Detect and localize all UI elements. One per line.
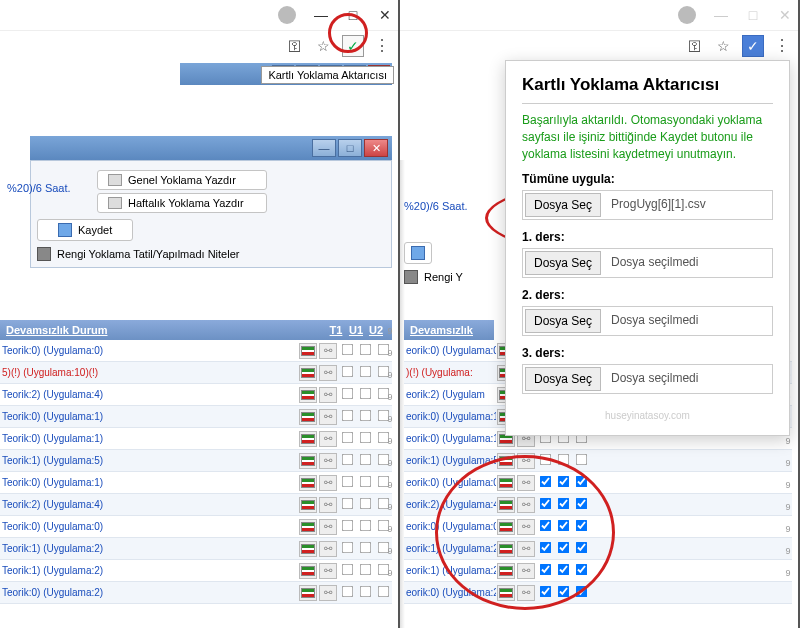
link-icon[interactable]: ⚯ (319, 387, 337, 403)
checkbox-u1[interactable] (356, 431, 374, 446)
flag-icon[interactable] (299, 585, 317, 601)
checkbox-u1[interactable] (356, 585, 374, 600)
checkbox-u1[interactable] (554, 497, 572, 512)
checkbox-u2[interactable] (374, 585, 392, 600)
link-icon[interactable]: ⚯ (319, 431, 337, 447)
checkbox-t1[interactable] (338, 563, 356, 578)
print-haftalik-button[interactable]: Haftalık Yoklama Yazdır (97, 193, 267, 213)
flag-icon[interactable] (299, 519, 317, 535)
checkbox-u1[interactable] (356, 563, 374, 578)
checkbox-t1[interactable] (338, 541, 356, 556)
flag-icon[interactable] (299, 541, 317, 557)
checkbox-u2[interactable] (572, 497, 590, 512)
link-icon[interactable]: ⚯ (319, 519, 337, 535)
checkbox-u1[interactable] (356, 541, 374, 556)
print-genel-button[interactable]: Genel Yoklama Yazdır (97, 170, 267, 190)
checkbox-u1[interactable] (554, 541, 572, 556)
menu-icon[interactable]: ⋮ (374, 36, 390, 55)
checkbox-u2[interactable] (572, 585, 590, 600)
inner-max[interactable]: □ (338, 139, 362, 157)
checkbox-u2[interactable] (572, 563, 590, 578)
save-button[interactable] (404, 242, 432, 264)
link-icon[interactable]: ⚯ (319, 475, 337, 491)
link-icon[interactable]: ⚯ (319, 453, 337, 469)
flag-icon[interactable] (299, 431, 317, 447)
link-icon[interactable]: ⚯ (517, 475, 535, 491)
checkbox-u2[interactable] (572, 475, 590, 490)
avatar-icon[interactable] (678, 6, 696, 24)
checkbox-u1[interactable] (554, 585, 572, 600)
flag-icon[interactable] (497, 497, 515, 513)
checkbox-u1[interactable] (356, 497, 374, 512)
checkbox-u1[interactable] (356, 343, 374, 358)
link-icon[interactable]: ⚯ (517, 585, 535, 601)
flag-icon[interactable] (299, 453, 317, 469)
checkbox-t1[interactable] (338, 519, 356, 534)
key-icon[interactable]: ⚿ (686, 37, 704, 55)
checkbox-t1[interactable] (536, 585, 554, 600)
link-icon[interactable]: ⚯ (517, 519, 535, 535)
link-icon[interactable]: ⚯ (319, 585, 337, 601)
key-icon[interactable]: ⚿ (286, 37, 304, 55)
extension-button[interactable]: ✓ (342, 35, 364, 57)
checkbox-u1[interactable] (356, 387, 374, 402)
flag-icon[interactable] (299, 343, 317, 359)
link-icon[interactable]: ⚯ (517, 453, 535, 469)
choose-file-button[interactable]: Dosya Seç (525, 309, 601, 333)
star-icon[interactable]: ☆ (714, 37, 732, 55)
checkbox-t1[interactable] (536, 541, 554, 556)
checkbox-u1[interactable] (554, 475, 572, 490)
col-durum[interactable]: Devamsızlık Durum (6, 324, 326, 336)
link-icon[interactable]: ⚯ (517, 497, 535, 513)
save-button[interactable]: Kaydet (37, 219, 133, 241)
flag-icon[interactable] (299, 365, 317, 381)
file-input-all[interactable]: Dosya Seç ProgUyg[6][1].csv (522, 190, 773, 220)
flag-icon[interactable] (497, 541, 515, 557)
flag-icon[interactable] (497, 563, 515, 579)
flag-icon[interactable] (299, 409, 317, 425)
checkbox-t1[interactable] (338, 409, 356, 424)
checkbox-u1[interactable] (356, 475, 374, 490)
minimize-button[interactable]: — (314, 7, 328, 23)
link-icon[interactable]: ⚯ (319, 343, 337, 359)
checkbox-u2[interactable] (572, 519, 590, 534)
link-icon[interactable]: ⚯ (517, 563, 535, 579)
flag-icon[interactable] (497, 475, 515, 491)
checkbox-t1[interactable] (338, 343, 356, 358)
close-window-button[interactable]: ✕ (378, 7, 392, 23)
choose-file-button[interactable]: Dosya Seç (525, 367, 601, 391)
checkbox-u1[interactable] (356, 519, 374, 534)
checkbox-u2[interactable] (572, 453, 590, 468)
link-icon[interactable]: ⚯ (319, 541, 337, 557)
link-icon[interactable]: ⚯ (319, 563, 337, 579)
file-input-1[interactable]: Dosya Seç Dosya seçilmedi (522, 248, 773, 278)
inner-min[interactable]: — (312, 139, 336, 157)
flag-icon[interactable] (497, 453, 515, 469)
avatar-icon[interactable] (278, 6, 296, 24)
link-icon[interactable]: ⚯ (517, 541, 535, 557)
maximize-button[interactable]: □ (346, 7, 360, 23)
flag-icon[interactable] (299, 475, 317, 491)
checkbox-u1[interactable] (356, 365, 374, 380)
col-t1[interactable]: T1 (326, 324, 346, 336)
menu-icon[interactable]: ⋮ (774, 36, 790, 55)
link-icon[interactable]: ⚯ (319, 497, 337, 513)
choose-file-button[interactable]: Dosya Seç (525, 251, 601, 275)
col-u1[interactable]: U1 (346, 324, 366, 336)
flag-icon[interactable] (497, 585, 515, 601)
choose-file-button[interactable]: Dosya Seç (525, 193, 601, 217)
checkbox-u1[interactable] (356, 453, 374, 468)
checkbox-u1[interactable] (554, 563, 572, 578)
checkbox-t1[interactable] (536, 453, 554, 468)
file-input-2[interactable]: Dosya Seç Dosya seçilmedi (522, 306, 773, 336)
checkbox-u1[interactable] (356, 409, 374, 424)
inner-close[interactable]: ✕ (364, 139, 388, 157)
checkbox-t1[interactable] (338, 431, 356, 446)
link-icon[interactable]: ⚯ (319, 365, 337, 381)
checkbox-u2[interactable] (572, 541, 590, 556)
col-u2[interactable]: U2 (366, 324, 386, 336)
checkbox-u1[interactable] (554, 519, 572, 534)
checkbox-t1[interactable] (536, 475, 554, 490)
checkbox-t1[interactable] (536, 519, 554, 534)
file-input-3[interactable]: Dosya Seç Dosya seçilmedi (522, 364, 773, 394)
